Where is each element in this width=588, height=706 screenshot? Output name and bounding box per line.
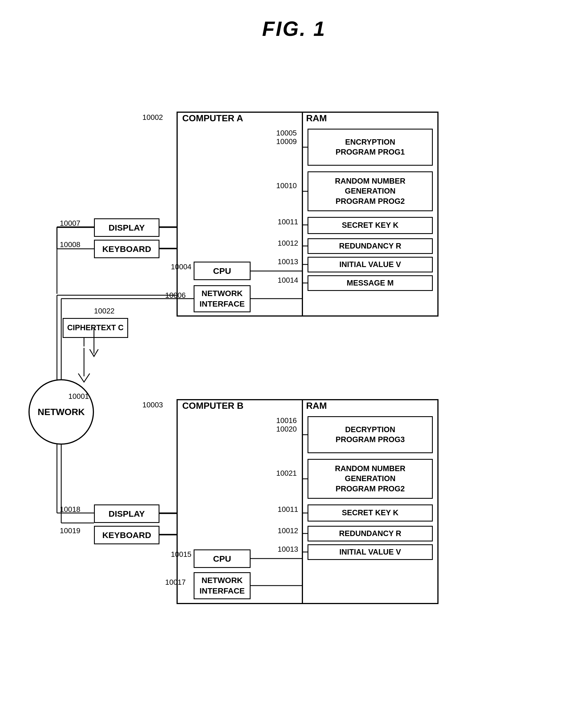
ref-10019: 10019 <box>60 526 80 535</box>
ref-10012-b: 10012 <box>278 526 298 535</box>
ref-10014: 10014 <box>278 276 298 285</box>
display-b-box: DISPLAY <box>94 504 159 523</box>
computer-b-label: COMPUTER B <box>182 400 243 411</box>
random-number-prog2-a-box: RANDOM NUMBERGENERATIONPROGRAM PROG2 <box>308 171 433 211</box>
network-interface-b-box: NETWORKINTERFACE <box>194 572 250 599</box>
ref-10011-b: 10011 <box>278 505 298 514</box>
ref-10017: 10017 <box>165 578 186 587</box>
ref-10004: 10004 <box>171 263 191 271</box>
ref-10016: 10016 <box>276 416 297 425</box>
cpu-b-box: CPU <box>194 549 250 568</box>
redundancy-b-box: REDUNDANCY R <box>308 526 433 542</box>
ref-10012-a: 10012 <box>278 239 298 248</box>
secret-key-b-box: SECRET KEY K <box>308 504 433 521</box>
message-m-box: MESSAGE M <box>308 275 433 291</box>
initial-value-a-box: INITIAL VALUE V <box>308 257 433 272</box>
secret-key-a-box: SECRET KEY K <box>308 217 433 234</box>
ref-10013-a: 10013 <box>278 257 298 266</box>
ref-10015: 10015 <box>171 550 191 559</box>
ref-10018: 10018 <box>60 505 80 514</box>
network-label: NETWORK <box>38 407 85 417</box>
ref-10007: 10007 <box>60 219 80 228</box>
ref-10010: 10010 <box>276 181 297 190</box>
redundancy-a-box: REDUNDANCY R <box>308 238 433 254</box>
computer-a-label: COMPUTER A <box>182 113 243 124</box>
network-interface-a-box: NETWORKINTERFACE <box>194 285 250 312</box>
encryption-program-box: ENCRYPTIONPROGRAM PROG1 <box>308 129 433 166</box>
page-title: FIG. 1 <box>0 0 588 52</box>
computer-a-ref: 10002 <box>142 113 163 122</box>
ciphertext-c-box: CIPHERTEXT C <box>63 318 128 338</box>
ram-a-label: RAM <box>306 113 327 124</box>
random-number-prog2-b-box: RANDOM NUMBERGENERATIONPROGRAM PROG2 <box>308 459 433 499</box>
ref-10006: 10006 <box>165 291 186 300</box>
ref-10001: 10001 <box>68 392 89 401</box>
initial-value-b-box: INITIAL VALUE V <box>308 544 433 560</box>
ref-10008: 10008 <box>60 240 80 249</box>
network-circle: NETWORK <box>29 379 94 445</box>
keyboard-a-box: KEYBOARD <box>94 240 159 258</box>
ram-b-label: RAM <box>306 400 327 411</box>
decryption-program-box: DECRYPTIONPROGRAM PROG3 <box>308 416 433 453</box>
ref-10011-a: 10011 <box>278 218 298 226</box>
ref-10020: 10020 <box>276 425 297 434</box>
cpu-a-box: CPU <box>194 262 250 280</box>
ref-10005: 10005 <box>276 129 297 138</box>
ref-10022: 10022 <box>94 307 114 315</box>
ref-10009: 10009 <box>276 137 297 146</box>
ref-10013-b: 10013 <box>278 545 298 554</box>
computer-b-ref: 10003 <box>142 400 163 409</box>
display-a-box: DISPLAY <box>94 218 159 237</box>
keyboard-b-box: KEYBOARD <box>94 526 159 544</box>
ref-10021: 10021 <box>276 469 297 478</box>
